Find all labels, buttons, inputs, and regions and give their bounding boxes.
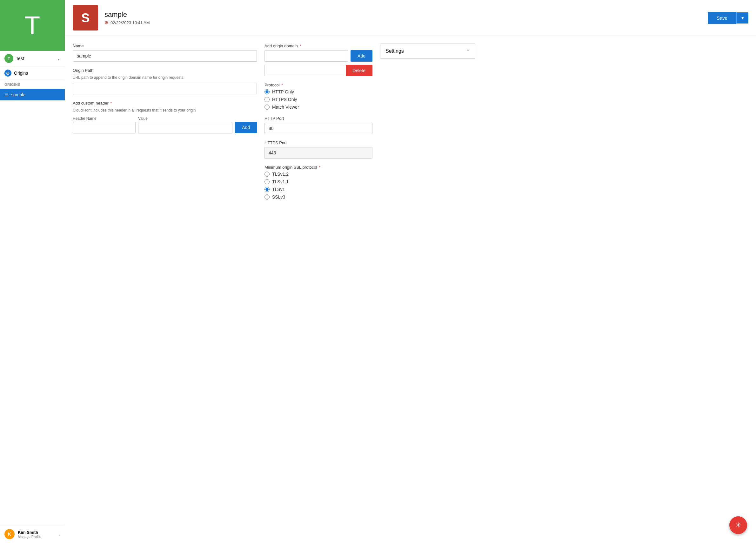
settings-label: Settings	[385, 48, 404, 54]
ssl-radio-group: TLSv1.2 TLSv1.1 TLSv1 SSLv3	[264, 171, 372, 199]
https-port-input[interactable]	[264, 147, 372, 158]
settings-panel: Settings ⌃	[380, 44, 475, 59]
name-label: Name	[73, 44, 257, 48]
right-column: Settings ⌃	[380, 44, 475, 535]
domain-required-star: *	[298, 44, 301, 48]
settings-header[interactable]: Settings ⌃	[380, 44, 475, 58]
ssl-sslv3[interactable]: SSLv3	[264, 194, 372, 199]
protocol-http-only[interactable]: HTTP Only	[264, 89, 372, 94]
ssl-tlsv12-radio[interactable]	[264, 171, 270, 177]
user-name: Kim Smith	[18, 530, 59, 535]
custom-header-label: Add custom header *	[73, 101, 257, 105]
user-avatar: K	[4, 529, 15, 539]
name-field-group: Name	[73, 44, 257, 62]
domain-delete-input[interactable]	[264, 65, 343, 76]
domain-input[interactable]	[264, 50, 348, 62]
ssl-tlsv11[interactable]: TLSv1.1	[264, 179, 372, 184]
fab-button[interactable]: ✳	[729, 516, 747, 534]
header-name-input[interactable]	[73, 122, 136, 133]
footer-arrow-icon: ›	[59, 532, 60, 537]
origin-path-field-group: Origin Path URL path to append to the or…	[73, 68, 257, 94]
required-star: *	[109, 101, 112, 105]
protocol-match-label: Match Viewer	[272, 104, 299, 110]
manage-profile-link[interactable]: Manage Profile	[18, 535, 59, 539]
protocol-http-label: HTTP Only	[272, 89, 294, 94]
save-button-group: Save ▼	[708, 12, 748, 24]
org-avatar: T	[4, 54, 13, 63]
origins-add-icon: ⊕	[4, 70, 11, 77]
delete-domain-button[interactable]: Delete	[346, 65, 372, 76]
protocol-label: Protocol *	[264, 83, 372, 87]
origin-path-input[interactable]	[73, 83, 257, 94]
ssl-tlsv12[interactable]: TLSv1.2	[264, 171, 372, 177]
settings-collapse-icon: ⌃	[466, 49, 470, 54]
domain-add-row: Add	[264, 50, 372, 62]
protocol-radio-group: HTTP Only HTTPS Only Match Viewer	[264, 89, 372, 110]
http-port-label: HTTP Port	[264, 116, 372, 121]
protocol-match-viewer[interactable]: Match Viewer	[264, 104, 372, 110]
project-info: sample ⚙ 02/22/2023 10:41 AM	[104, 10, 708, 25]
ssl-sslv3-radio[interactable]	[264, 194, 270, 199]
custom-header-field-group: Add custom header * CloudFront includes …	[73, 101, 257, 133]
ssl-protocol-label: Minimum origin SSL protocol *	[264, 165, 372, 170]
http-port-field-group: HTTP Port	[264, 116, 372, 134]
header-fields-row: Header Name Value Add	[73, 116, 257, 133]
ssl-tlsv11-radio[interactable]	[264, 179, 270, 184]
save-button[interactable]: Save	[708, 12, 736, 24]
header-name-sublabel: Header Name	[73, 116, 136, 121]
protocol-https-radio[interactable]	[264, 97, 270, 102]
https-port-label: HTTPS Port	[264, 140, 372, 145]
origins-label: Origins	[14, 70, 28, 76]
ssl-sslv3-label: SSLv3	[272, 194, 285, 199]
sidebar: T T Test ⌄ ⊕ Origins ORIGINS ☰ sample K …	[0, 0, 65, 543]
project-logo: S	[73, 5, 98, 30]
header-name-group: Header Name	[73, 116, 136, 133]
main-area: S sample ⚙ 02/22/2023 10:41 AM Save ▼ Na…	[65, 0, 756, 543]
ssl-tlsv11-label: TLSv1.1	[272, 179, 289, 184]
sidebar-item-sample[interactable]: ☰ sample	[0, 89, 65, 100]
left-column: Name Origin Path URL path to append to t…	[73, 44, 257, 535]
protocol-field-group: Protocol * HTTP Only HTTPS Only Match Vi…	[264, 83, 372, 110]
origins-section-title: ORIGINS	[0, 80, 65, 89]
list-icon: ☰	[4, 92, 9, 97]
name-input[interactable]	[73, 50, 257, 62]
gear-icon: ⚙	[104, 20, 109, 25]
origin-path-label: Origin Path	[73, 68, 257, 73]
header-value-input[interactable]	[138, 122, 232, 133]
protocol-https-only[interactable]: HTTPS Only	[264, 97, 372, 102]
sidebar-header: T	[0, 0, 65, 51]
sidebar-header-letter: T	[25, 11, 40, 40]
sidebar-item-label: sample	[11, 92, 25, 97]
org-name: Test	[16, 56, 57, 61]
org-chevron-icon: ⌄	[57, 56, 60, 61]
header-value-sublabel: Value	[138, 116, 232, 121]
https-port-field-group: HTTPS Port	[264, 140, 372, 158]
ssl-tlsv12-label: TLSv1.2	[272, 171, 289, 177]
protocol-match-radio[interactable]	[264, 104, 270, 110]
top-bar: S sample ⚙ 02/22/2023 10:41 AM Save ▼	[65, 0, 756, 36]
sidebar-footer[interactable]: K Kim Smith Manage Profile ›	[0, 525, 65, 543]
fab-icon: ✳	[735, 521, 741, 529]
ssl-tlsv1[interactable]: TLSv1	[264, 187, 372, 192]
sidebar-item-origins[interactable]: ⊕ Origins	[0, 66, 65, 80]
project-meta: ⚙ 02/22/2023 10:41 AM	[104, 20, 708, 25]
domain-field-group: Add origin domain * Add Delete	[264, 44, 372, 76]
ssl-protocol-field-group: Minimum origin SSL protocol * TLSv1.2 TL…	[264, 165, 372, 199]
header-value-group: Value	[138, 116, 232, 133]
domain-delete-row: Delete	[264, 65, 372, 76]
sidebar-org-item[interactable]: T Test ⌄	[0, 51, 65, 66]
save-dropdown-button[interactable]: ▼	[736, 12, 748, 23]
add-header-button[interactable]: Add	[235, 122, 257, 133]
ssl-tlsv1-radio[interactable]	[264, 187, 270, 192]
protocol-http-radio[interactable]	[264, 89, 270, 94]
custom-header-hint: CloudFront includes this header in all r…	[73, 107, 257, 113]
project-date: 02/22/2023 10:41 AM	[110, 20, 150, 25]
origin-path-hint: URL path to append to the origin domain …	[73, 75, 257, 80]
add-domain-button[interactable]: Add	[351, 50, 372, 62]
user-info: Kim Smith Manage Profile	[18, 530, 59, 539]
protocol-https-label: HTTPS Only	[272, 97, 297, 102]
content-area: Name Origin Path URL path to append to t…	[65, 36, 756, 543]
http-port-input[interactable]	[264, 123, 372, 134]
domain-label: Add origin domain *	[264, 44, 372, 48]
mid-column: Add origin domain * Add Delete Protocol …	[264, 44, 372, 535]
